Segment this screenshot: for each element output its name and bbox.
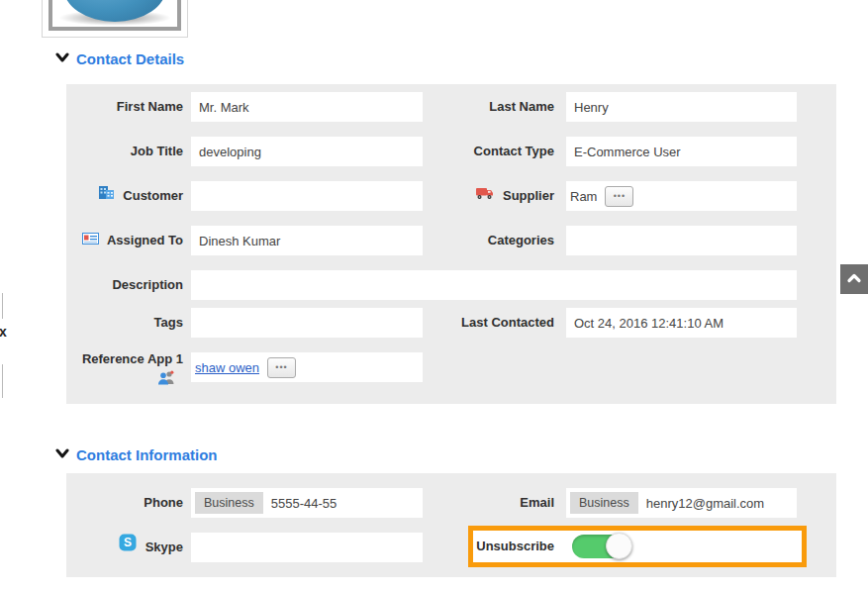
id-card-icon [82,226,99,255]
truck-icon [475,181,494,211]
contact-photo-frame[interactable] [42,0,188,38]
email-label: Email [383,488,554,518]
description-field[interactable] [191,270,797,300]
phone-type-chip[interactable]: Business [195,492,263,514]
customer-label: Customer [66,181,183,212]
categories-field[interactable] [566,226,797,255]
collapsed-panel-border [2,293,3,319]
email-field[interactable]: Business henry12@gmail.com [566,488,797,518]
people-group-icon [66,370,175,389]
description-label: Description [66,270,183,300]
scroll-to-top-button[interactable] [840,264,868,294]
last-contacted-field[interactable] [566,308,797,338]
contact-form-page: x Contact Details First Name Last Name J… [0,0,868,590]
email-type-chip[interactable]: Business [570,492,638,514]
job-title-label: Job Title [66,137,183,166]
contact-type-field[interactable] [566,137,797,166]
tags-label: Tags [66,308,183,338]
contact-details-panel: First Name Last Name Job Title Contact T… [66,84,836,404]
skype-label: S Skype [66,533,183,563]
contact-photo [48,0,181,31]
collapsed-panel-border [2,364,3,398]
building-icon [98,181,115,211]
last-contacted-label: Last Contacted [383,308,554,338]
last-name-label: Last Name [383,92,554,122]
chevron-down-icon [55,445,69,463]
unsubscribe-toggle[interactable] [572,535,631,558]
reference-app-lookup-button[interactable]: ••• [267,357,296,378]
assigned-to-label: Assigned To [66,226,183,256]
phone-label: Phone [66,488,183,518]
supplier-value: Ram [570,189,597,204]
chevron-up-icon [846,270,862,288]
phone-value: 5555-44-55 [271,496,338,511]
section-title: Contact Details [76,50,184,67]
section-header-contact-details[interactable]: Contact Details [55,49,184,67]
toggle-knob [606,533,632,559]
section-title: Contact Information [76,446,218,463]
first-name-label: First Name [66,92,183,122]
categories-label: Categories [383,226,554,255]
supplier-lookup-button[interactable]: ••• [605,186,633,207]
svg-text:S: S [124,536,132,549]
supplier-field[interactable]: Ram ••• [566,181,797,211]
last-name-field[interactable] [566,92,797,122]
contact-information-panel: Phone Business 5555-44-55 Email Business… [66,473,836,577]
reference-app-field[interactable]: shaw owen ••• [191,352,423,382]
supplier-label: Supplier [383,181,554,212]
email-value: henry12@gmail.com [646,496,764,511]
skype-field[interactable] [191,533,423,562]
section-header-contact-information[interactable]: Contact Information [55,445,218,463]
reference-app-label: Reference App 1 [66,350,183,389]
chevron-down-icon [55,49,69,67]
reference-app-link[interactable]: shaw owen [195,360,259,375]
unsubscribe-label: Unsubscribe [473,531,554,562]
contact-type-label: Contact Type [383,137,554,166]
collapse-panel-close-icon[interactable]: x [0,324,7,340]
unsubscribe-highlight-box: Unsubscribe [468,526,807,567]
skype-icon: S [119,533,137,562]
